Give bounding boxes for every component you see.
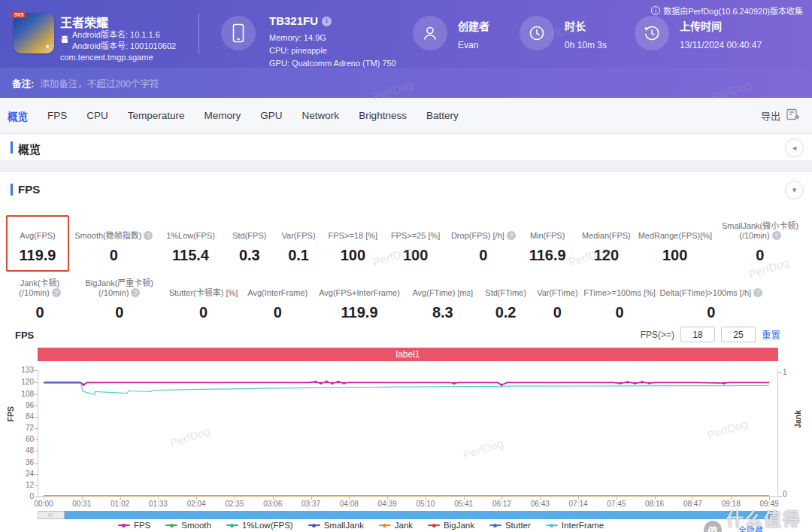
legend-item-1-low-fps-[interactable]: 1%Low(FPS) [226,521,293,530]
note-placeholder: 添加备注，不超过200个字符 [40,76,159,90]
legend-item-jank[interactable]: Jank [379,521,413,530]
metric-value-avg-fps: 119.9 [9,247,66,264]
series-FPS [44,382,769,385]
tab-memory[interactable]: Memory [205,110,241,121]
android-version-code: Android版本号: 1001010602 [72,41,176,52]
x-tick: 06:12 [482,500,521,508]
tab-gpu[interactable]: GPU [260,110,282,121]
legend-label: Stutter [505,521,531,530]
fps-threshold-input-1[interactable] [680,327,715,342]
legend-label: Smooth [181,521,211,530]
metric-var-ftime: Var(FTime)0 [532,272,582,321]
export-label: 导出 [761,108,780,123]
series-point [453,382,456,385]
tab-cpu[interactable]: CPU [86,110,108,121]
help-icon[interactable]: ? [753,288,762,297]
x-tick: 01:33 [138,500,177,508]
legend-item-stutter[interactable]: Stutter [489,521,531,530]
header: 5V5 ✦ 王者荣耀 Android版本名: 10.1.1.6 Android版… [0,0,812,68]
android-icon [60,34,69,47]
metric-value-ftime-ge-100ms: 0 [583,304,656,321]
y-tick-mark [35,463,38,464]
fps-metrics-row-2: Jank(卡顿)(/10min)?0BigJank(严重卡顿)(/10min)?… [6,272,765,321]
y-tick-mark [35,485,38,486]
legend-label: Jank [395,521,413,530]
x-tick-mark [235,497,235,500]
help-icon[interactable]: ? [144,231,153,240]
series-point [634,382,637,385]
metric-value-jank: 0 [6,304,74,321]
help-icon[interactable]: ? [131,288,140,297]
phone-icon [221,16,256,50]
help-icon[interactable]: ? [772,231,781,240]
y-tick: 108 [1,390,34,398]
legend-label: FPS [134,521,150,530]
android-version-name: Android版本名: 10.1.1.6 [72,29,176,41]
fps-collapse-button[interactable]: ▾ [785,181,804,199]
device-cpu: CPU: pineapple [269,46,327,55]
x-tick-mark [387,497,388,500]
metric-value-min-fps: 116.9 [520,247,574,264]
overview-collapse-button[interactable]: ◂ [785,138,804,157]
y-tick-mark [35,394,38,395]
hide-all-link[interactable]: 全隐藏 [738,524,763,532]
y-tick-mark [35,428,38,429]
duration-label: 时长 [565,18,586,33]
x-tick: 05:41 [444,500,483,508]
metric-value-medrange-fps: 100 [638,247,712,264]
x-tick-mark [82,497,83,500]
tab-network[interactable]: Network [302,110,340,121]
scrollbar-right-handle[interactable] [772,511,778,519]
legend-marker [226,524,238,526]
y-tick: 24 [1,470,34,478]
legend-item-smalljank[interactable]: SmallJank [308,521,364,530]
tab-temperature[interactable]: Temperature [128,110,185,121]
tab-battery[interactable]: Battery [426,110,459,121]
chart-label-band: label1 [38,348,778,361]
help-icon[interactable]: ? [507,231,516,240]
export-button[interactable]: 导出 [761,108,800,123]
x-tick-mark [349,497,350,500]
legend-marker [546,524,558,526]
fps-chart-svg [38,370,779,497]
upload-time-value: 13/11/2024 00:40:47 [680,40,762,50]
tab-fps[interactable]: FPS [47,110,67,121]
x-tick: 05:10 [406,500,445,508]
metric-fps-ge-25: FPS>=25 [%]100 [385,215,447,264]
fps-section-title: FPS [18,183,40,196]
game-title: 王者荣耀 [60,13,108,31]
note-label: 备注: [12,76,34,90]
legend-label: BigJank [444,521,474,530]
x-tick-mark [578,497,579,500]
legend-item-smooth[interactable]: Smooth [165,521,211,530]
metric-std-ftime: Std(FTime)0.2 [480,272,532,321]
legend-label: InterFrame [562,521,604,530]
x-tick: 01:02 [101,500,140,508]
metric-avg-fps: Avg(FPS)119.9 [6,215,69,272]
scrollbar-left-handle[interactable]: ||| [38,511,65,519]
chart-scrollbar[interactable]: ||| [38,511,778,519]
help-icon[interactable]: ? [52,288,61,297]
creator-icon [413,16,447,50]
metric-value-avg-fps-interframe: 119.9 [314,304,405,321]
device-memory: Memory: 14.9G [269,33,326,42]
legend-item-interframe[interactable]: InterFrame [546,521,604,530]
note-bar[interactable]: 备注: 添加备注，不超过200个字符 [0,68,812,98]
x-tick: 08:47 [673,500,712,508]
series-point [343,382,346,385]
legend-item-bigjank[interactable]: BigJank [428,521,474,530]
fps-threshold-input-2[interactable] [721,327,756,342]
tab-overview[interactable]: 概览 [8,108,28,123]
reset-link[interactable]: 重置 [762,327,780,342]
perfdog-report-page: 5V5 ✦ 王者荣耀 Android版本名: 10.1.1.6 Android版… [0,0,812,532]
metric-value-var-ftime: 0 [532,304,582,321]
metric-var-fps: Var(FPS)0.1 [276,215,321,264]
metric-value-fps-ge-25: 100 [385,247,447,264]
metric-value-stutter: 0 [165,304,242,321]
tab-brightness[interactable]: Brightness [359,110,407,121]
legend-item-fps[interactable]: FPS [118,521,150,530]
fps-metrics-row-1: Avg(FPS)119.9Smooth(稳帧指数)?01%Low(FPS)115… [6,215,806,272]
device-info-icon[interactable]: i [322,17,332,26]
android-version-lines: Android版本名: 10.1.1.6 Android版本号: 1001010… [72,29,176,52]
info-icon: i [651,6,660,15]
